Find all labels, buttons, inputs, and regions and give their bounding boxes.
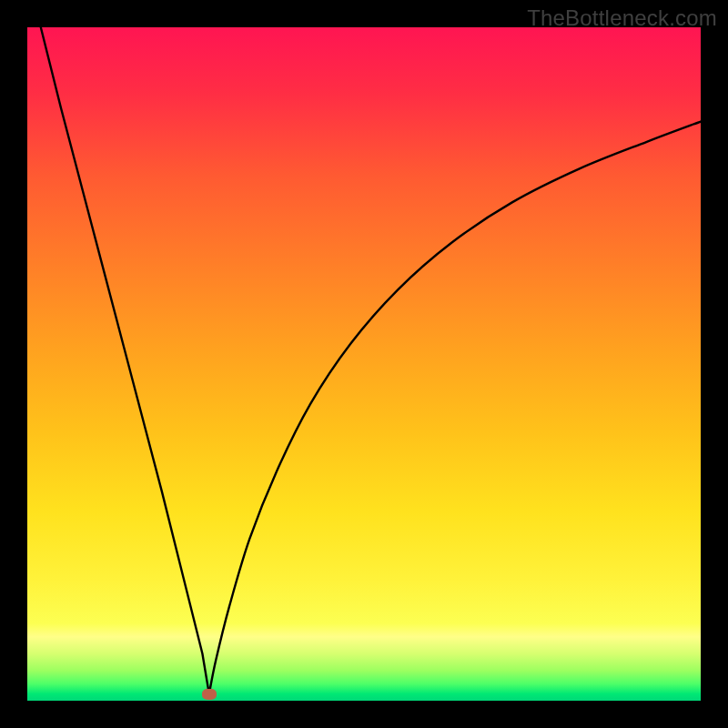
- watermark-text: TheBottleneck.com: [527, 5, 717, 31]
- optimum-marker: [202, 689, 217, 700]
- plot-area: [27, 27, 701, 701]
- bottleneck-curve: [27, 27, 701, 701]
- chart-frame: TheBottleneck.com: [0, 0, 728, 728]
